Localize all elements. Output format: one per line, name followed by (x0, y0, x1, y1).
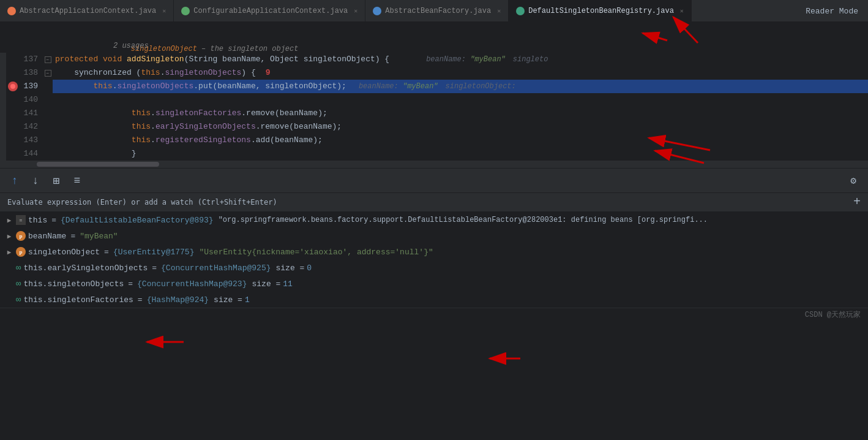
tab-1[interactable]: AbstractApplicationContext.java ✕ (0, 0, 174, 21)
reader-mode-label[interactable]: Reader Mode (806, 6, 858, 15)
var-size-factories: size = (214, 295, 242, 305)
expand-arrow-beanname[interactable]: ▶ (5, 232, 13, 240)
fold-icon-138[interactable]: − (45, 70, 51, 77)
code-line-138: synchronized (this.singletonObjects) { 9 (53, 66, 868, 80)
hscrollbar[interactable] (0, 161, 868, 168)
tab-label-4: DefaultSingletonBeanRegistry.java (528, 7, 674, 15)
tab-icon-3 (373, 7, 381, 15)
tab-3[interactable]: AbstractBeanFactory.java ✕ (365, 0, 509, 21)
var-icon-factories: ∞ (16, 295, 21, 305)
var-row-this[interactable]: ▶ = this = {DefaultListableBeanFactory@8… (0, 212, 868, 228)
var-row-beanname[interactable]: ▶ p beanName = "myBean" (0, 228, 868, 244)
var-value-singleton: "UserEntity{nickname='xiaoxiao', address… (199, 248, 433, 257)
var-size-early: size = (276, 264, 305, 273)
var-icon-this: = (16, 215, 26, 225)
expand-arrow-singleton[interactable]: ▶ (5, 248, 13, 256)
debug-btn-list[interactable]: ≡ (70, 173, 84, 188)
var-row-early[interactable]: ∞ this.earlySingletonObjects = {Concurre… (0, 260, 868, 276)
code-line-144: } (53, 147, 868, 161)
var-value-beanname: "myBean" (80, 232, 118, 241)
var-row-singleton-objects[interactable]: ∞ this.singletonObjects = {ConcurrentHas… (0, 276, 868, 292)
tab-close-4[interactable]: ✕ (680, 7, 684, 15)
code-line-137: protected void addSingleton(String beanN… (53, 53, 868, 66)
variables-panel: ▶ = this = {DefaultListableBeanFactory@8… (0, 212, 868, 308)
var-icon-early: ∞ (16, 263, 21, 273)
tab-label-2: ConfigurableApplicationContext.java (193, 7, 348, 15)
csdn-label: CSDN @天然玩家 (805, 309, 861, 320)
debug-btn-up[interactable]: ↑ (7, 173, 22, 188)
tab-bar: AbstractApplicationContext.java ✕ Config… (0, 0, 868, 22)
hscrollbar-thumb[interactable] (37, 162, 159, 167)
var-icon-singleton: p (16, 247, 26, 257)
tab-close-3[interactable]: ✕ (497, 7, 501, 15)
expression-bar-text[interactable]: Evaluate expression (Enter) or add a wat… (7, 198, 277, 207)
var-ref-singletons: {ConcurrentHashMap@923} (137, 279, 247, 289)
usages-label: 2 usages (113, 39, 149, 53)
line-numbers: 137 138 139 140 141 142 143 144 (20, 53, 43, 161)
debug-btn-grid[interactable]: ⊞ (49, 173, 64, 188)
var-name-singletons: this.singletonObjects (23, 279, 124, 289)
var-name-beanname: beanName (28, 232, 66, 241)
tab-2[interactable]: ConfigurableApplicationContext.java ✕ (174, 0, 365, 21)
add-watch-button[interactable]: + (853, 196, 861, 208)
expression-bar: Evaluate expression (Enter) or add a wat… (0, 192, 868, 212)
var-row-singletonobject[interactable]: ▶ p singletonObject = {UserEntity@1775} … (0, 244, 868, 260)
code-line-139: this.singletonObjects.put(beanName, sing… (53, 80, 868, 93)
var-icon-singletons: ∞ (16, 279, 21, 289)
var-icon-beanname: p (16, 231, 26, 241)
var-name-this: this (28, 216, 47, 225)
code-editor[interactable]: protected void addSingleton(String beanN… (53, 53, 868, 161)
settings-gear-icon[interactable]: ⚙ (846, 173, 861, 188)
var-name-singleton: singletonObject (28, 248, 100, 257)
breakpoint-column (6, 53, 20, 161)
fold-column: − − (43, 53, 53, 161)
var-ref-factories: {HashMap@924} (147, 295, 209, 305)
var-size-singletons: size = (252, 279, 280, 289)
code-line-140: this.singletonFactories.remove(beanName)… (53, 93, 868, 107)
tab-icon-4 (516, 7, 525, 15)
var-value-this: "org.springframework.beans.factory.suppo… (219, 216, 708, 224)
editor-area: singletonObject – the singleton object 2… (0, 22, 868, 168)
tab-close-1[interactable]: ✕ (162, 7, 166, 15)
var-ref-early: {ConcurrentHashMap@925} (161, 264, 271, 273)
var-row-factories[interactable]: ∞ this.singletonFactories = {HashMap@924… (0, 292, 868, 308)
var-name-factories: this.singletonFactories (23, 295, 133, 305)
expand-arrow-this[interactable]: ▶ (5, 216, 13, 224)
bottom-bar: CSDN @天然玩家 (0, 308, 868, 321)
debug-toolbar: ↑ ↓ ⊞ ≡ ⚙ (0, 168, 868, 192)
tab-close-2[interactable]: ✕ (354, 7, 357, 15)
var-ref-singleton: {UserEntity@1775} (113, 248, 195, 257)
var-name-early: this.earlySingletonObjects (23, 264, 148, 273)
tab-4[interactable]: DefaultSingletonBeanRegistry.java ✕ (509, 0, 692, 21)
breakpoint-dot[interactable] (8, 82, 18, 91)
fold-icon-137[interactable]: − (45, 56, 51, 63)
var-ref-this: {DefaultListableBeanFactory@893} (61, 216, 214, 225)
tab-label-3: AbstractBeanFactory.java (385, 7, 491, 15)
tab-icon-1 (7, 7, 16, 15)
tab-label-1: AbstractApplicationContext.java (20, 7, 156, 15)
debug-btn-down[interactable]: ↓ (28, 173, 43, 188)
tab-icon-2 (181, 7, 190, 15)
